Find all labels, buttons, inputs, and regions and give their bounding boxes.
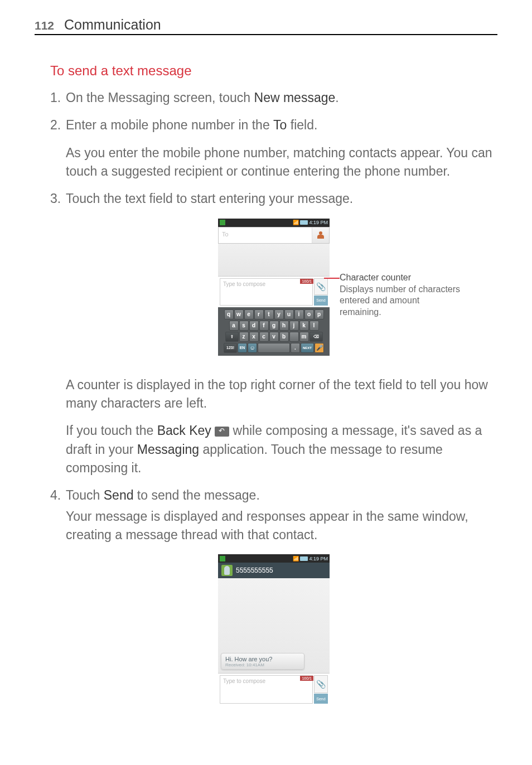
key-n[interactable] <box>289 332 299 342</box>
bold-text: Messaging <box>137 442 199 457</box>
section-heading: To send a text message <box>50 63 497 79</box>
key-p[interactable]: p <box>315 309 324 319</box>
compose-row: Type to compose 160/1 📎 Send <box>218 276 330 307</box>
key-j[interactable]: j <box>289 321 299 331</box>
contact-number: 5555555555 <box>236 567 273 574</box>
key-k[interactable]: k <box>299 321 309 331</box>
to-input[interactable]: To <box>219 227 312 243</box>
key-a[interactable]: a <box>229 321 239 331</box>
battery-icon <box>300 556 308 561</box>
avatar-icon <box>221 565 233 576</box>
key-q[interactable]: q <box>224 309 234 319</box>
content-body: To send a text message 1. On the Messagi… <box>35 63 497 722</box>
key-emoji[interactable]: ☺ <box>248 343 257 353</box>
key-period[interactable]: . <box>291 343 300 353</box>
phone-screenshot-compose: 📶 4:19 PM To Type to compose 1 <box>218 219 330 364</box>
figure-1: 📶 4:19 PM To Type to compose 1 <box>50 219 497 364</box>
key-s[interactable]: s <box>239 321 249 331</box>
step-2-para: As you enter the mobile phone number, ma… <box>66 144 497 181</box>
key-x[interactable]: x <box>249 332 259 342</box>
contact-icon <box>316 231 325 239</box>
status-time: 4:19 PM <box>309 556 328 561</box>
step-2: 2. Enter a mobile phone number in the To… <box>50 116 497 134</box>
compose-input[interactable]: Type to compose 160/1 <box>220 675 313 704</box>
key-next[interactable]: NEXT <box>301 343 314 353</box>
key-mic[interactable]: 🎤 <box>315 343 324 353</box>
step-text: Enter a mobile phone number in the To fi… <box>66 116 497 134</box>
to-row: To <box>218 227 330 244</box>
bold-text: To <box>273 118 287 132</box>
status-right: 📶 4:19 PM <box>293 220 328 225</box>
send-button[interactable]: Send <box>314 694 328 704</box>
key-u[interactable]: u <box>284 309 294 319</box>
key-w[interactable]: w <box>234 309 244 319</box>
key-m[interactable]: m <box>299 332 309 342</box>
keyboard: q w e r t y u i o p a s d f g h <box>218 307 330 356</box>
mid-para-1: A counter is displayed in the top right … <box>66 376 497 413</box>
step-text: On the Messaging screen, touch New messa… <box>66 89 497 107</box>
step-number: 3. <box>50 190 66 208</box>
key-shift[interactable]: ⇧ <box>225 332 239 342</box>
status-time: 4:19 PM <box>309 220 328 225</box>
message-text: Hi. How are you? <box>225 656 300 662</box>
compose-side: 📎 Send <box>314 277 330 307</box>
attach-button[interactable]: 📎 <box>314 278 328 295</box>
compose-input[interactable]: Type to compose 160/1 <box>220 278 313 306</box>
key-y[interactable]: y <box>274 309 284 319</box>
step-text: Touch the text field to start entering y… <box>66 190 497 208</box>
phone-screenshot-thread: 📶 4:19 PM 5555555555 Hi. How are you? Re… <box>218 554 330 722</box>
key-t[interactable]: t <box>264 309 274 319</box>
placeholder-text: Type to compose <box>223 281 265 287</box>
key-lang[interactable]: EN <box>238 343 247 353</box>
battery-icon <box>300 220 308 225</box>
key-l[interactable]: l <box>309 321 319 331</box>
key-delete[interactable]: ⌫ <box>309 332 323 342</box>
statusbar: 📶 4:19 PM <box>218 554 330 563</box>
keyboard-row-2: a s d f g h j k l <box>219 321 328 331</box>
message-bubble[interactable]: Hi. How are you? Received: 10:41AM <box>221 653 304 670</box>
key-o[interactable]: o <box>304 309 314 319</box>
compose-side: 📎 Send <box>314 674 330 705</box>
key-d[interactable]: d <box>249 321 259 331</box>
signal-icon: 📶 <box>293 220 299 225</box>
callout-title: Character counter <box>340 273 411 282</box>
add-contact-button[interactable] <box>312 227 329 243</box>
page-header: 112 Communication <box>35 17 497 35</box>
key-c[interactable]: c <box>259 332 269 342</box>
text: Touch <box>66 488 104 502</box>
step-1: 1. On the Messaging screen, touch New me… <box>50 89 497 107</box>
key-r[interactable]: r <box>254 309 264 319</box>
step-4: 4. Touch Send to send the message. <box>50 486 497 505</box>
key-z[interactable]: z <box>239 332 249 342</box>
step-number: 1. <box>50 89 66 107</box>
key-i[interactable]: i <box>294 309 304 319</box>
back-key-icon <box>215 427 229 437</box>
character-counter: 160/1 <box>300 676 313 681</box>
key-v[interactable]: v <box>269 332 279 342</box>
text: If you touch the <box>66 423 157 438</box>
placeholder-text: Type to compose <box>223 678 265 684</box>
key-e[interactable]: e <box>244 309 254 319</box>
keyboard-row-3: ⇧ z x c v b m ⌫ <box>219 332 328 342</box>
figure-2: 📶 4:19 PM 5555555555 Hi. How are you? Re… <box>50 554 497 722</box>
status-indicator <box>220 556 225 561</box>
bold-text: New message <box>254 90 336 105</box>
message-area <box>218 244 330 276</box>
step-4-para: Your message is displayed and responses … <box>66 507 497 545</box>
key-b[interactable]: b <box>279 332 289 342</box>
text: . <box>335 90 338 105</box>
bold-text: Send <box>104 488 134 502</box>
key-symbols[interactable]: 123! <box>224 343 237 353</box>
key-space[interactable] <box>258 343 290 353</box>
thread-area: Hi. How are you? Received: 10:41AM <box>218 578 330 673</box>
key-g[interactable]: g <box>269 321 279 331</box>
keyboard-row-4: 123! EN ☺ . NEXT 🎤 <box>219 343 328 353</box>
text: field. <box>287 118 317 132</box>
step-3: 3. Touch the text field to start enterin… <box>50 190 497 208</box>
send-button[interactable]: Send <box>314 296 328 306</box>
key-f[interactable]: f <box>259 321 269 331</box>
key-h[interactable]: h <box>279 321 289 331</box>
signal-icon: 📶 <box>293 556 299 561</box>
step-number: 2. <box>50 116 66 134</box>
attach-button[interactable]: 📎 <box>314 675 328 693</box>
